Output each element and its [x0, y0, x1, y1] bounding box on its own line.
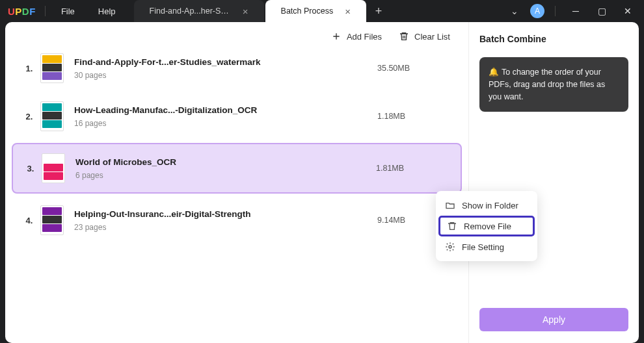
file-row[interactable]: 3.World of Microbes_OCR6 pages1.81MB	[12, 143, 462, 194]
file-pages: 16 pages	[74, 119, 377, 128]
row-number: 2.	[18, 112, 40, 121]
file-pages: 30 pages	[74, 71, 377, 80]
tab-strip: Find-and-Ap...her-Studies × Batch Proces…	[134, 0, 505, 22]
file-name: Helping-Out-Insuranc...eir-Digital-Stren…	[74, 209, 377, 219]
file-thumbnail	[40, 53, 64, 83]
add-files-label: Add Files	[347, 32, 382, 42]
file-size: 1.81MB	[376, 164, 454, 173]
file-name: World of Microbes_OCR	[75, 157, 376, 167]
file-row[interactable]: 1.Find-and-Apply-For-t...er-Studies_wate…	[12, 44, 462, 92]
gear-icon	[445, 242, 455, 252]
avatar[interactable]: A	[530, 4, 544, 18]
ctx-file-setting[interactable]: File Setting	[436, 236, 537, 257]
file-thumbnail	[40, 205, 64, 235]
row-number: 3.	[20, 164, 42, 173]
file-thumbnail	[42, 153, 65, 183]
ctx-show-in-folder[interactable]: Show in Folder	[436, 195, 537, 216]
file-pages: 6 pages	[75, 171, 376, 180]
context-menu: Show in Folder Remove File File Setting	[436, 191, 537, 261]
file-name: How-Leading-Manufac...-Digitalization_OC…	[74, 105, 377, 115]
plus-icon	[331, 31, 342, 42]
file-row[interactable]: 2.How-Leading-Manufac...-Digitalization_…	[12, 92, 462, 140]
file-size: 35.50MB	[377, 64, 455, 73]
file-list: 1.Find-and-Apply-For-t...er-Studies_wate…	[5, 44, 468, 244]
trash-icon	[399, 31, 409, 42]
clear-list-button[interactable]: Clear List	[399, 31, 450, 42]
close-icon[interactable]: ×	[243, 6, 248, 17]
clear-list-label: Clear List	[414, 32, 450, 42]
right-panel: Batch Combine 🔔To change the order of yo…	[468, 22, 639, 343]
file-info: Helping-Out-Insuranc...eir-Digital-Stren…	[74, 209, 377, 232]
tab-document[interactable]: Find-and-Ap...her-Studies ×	[134, 0, 264, 22]
panel-title: Batch Combine	[479, 34, 628, 44]
tab-batch-process[interactable]: Batch Process ×	[265, 0, 366, 22]
add-files-button[interactable]: Add Files	[331, 31, 382, 42]
menu-file[interactable]: File	[49, 6, 87, 16]
notice-text: To change the order of your PDFs, drag a…	[489, 68, 605, 101]
bell-icon: 🔔	[489, 68, 499, 77]
file-thumbnail	[40, 101, 64, 131]
workspace: Add Files Clear List 1.Find-and-Apply-Fo…	[5, 22, 639, 343]
close-button[interactable]: ✕	[618, 1, 637, 21]
divider	[45, 6, 46, 16]
ctx-label: File Setting	[462, 242, 504, 252]
file-info: World of Microbes_OCR6 pages	[75, 157, 376, 180]
divider	[555, 6, 556, 16]
maximize-button[interactable]: ▢	[592, 1, 611, 21]
tab-label: Find-and-Ap...her-Studies	[150, 6, 231, 16]
row-number: 4.	[18, 216, 40, 225]
row-number: 1.	[18, 64, 40, 73]
ctx-remove-file[interactable]: Remove File	[438, 216, 535, 236]
chevron-down-icon[interactable]: ⌄	[505, 3, 524, 19]
titlebar: UPDF File Help Find-and-Ap...her-Studies…	[0, 0, 644, 22]
ctx-label: Show in Folder	[462, 201, 518, 210]
file-pages: 23 pages	[74, 223, 377, 232]
title-right: ⌄ A ─ ▢ ✕	[505, 1, 644, 21]
svg-point-0	[449, 246, 451, 248]
actions-bar: Add Files Clear List	[5, 22, 468, 44]
ctx-label: Remove File	[464, 222, 511, 231]
file-info: Find-and-Apply-For-t...er-Studies_waterm…	[74, 57, 377, 80]
trash-icon	[447, 221, 457, 231]
file-size: 1.18MB	[377, 112, 455, 121]
new-tab-button[interactable]: +	[368, 0, 390, 22]
apply-button[interactable]: Apply	[479, 308, 628, 331]
menu-help[interactable]: Help	[87, 6, 127, 16]
file-row[interactable]: 4.Helping-Out-Insuranc...eir-Digital-Str…	[12, 196, 462, 244]
file-info: How-Leading-Manufac...-Digitalization_OC…	[74, 105, 377, 128]
close-icon[interactable]: ×	[345, 6, 351, 17]
app-logo: UPDF	[8, 6, 36, 17]
main-panel: Add Files Clear List 1.Find-and-Apply-Fo…	[5, 22, 468, 343]
file-name: Find-and-Apply-For-t...er-Studies_waterm…	[74, 57, 377, 67]
panel-notice: 🔔To change the order of your PDFs, drag …	[479, 57, 628, 112]
minimize-button[interactable]: ─	[566, 1, 585, 21]
tab-label: Batch Process	[281, 6, 334, 16]
folder-icon	[445, 200, 455, 210]
